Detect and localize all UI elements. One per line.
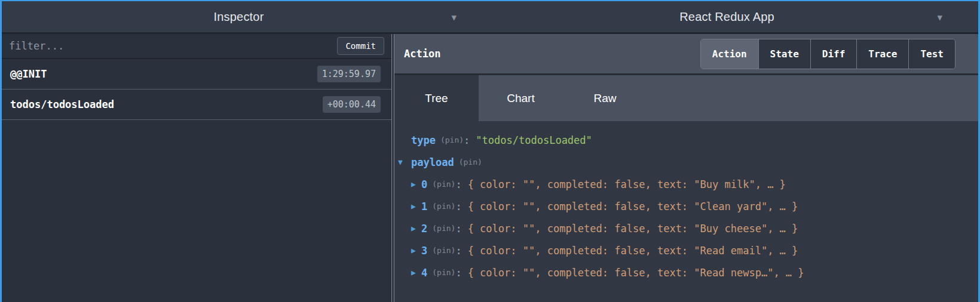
action-detail-panel: Action Action State Diff Trace Test Tree…	[394, 34, 978, 302]
tree-row-payload[interactable]: ▼ payload (pin)	[394, 151, 978, 173]
commit-button[interactable]: Commit	[337, 37, 384, 55]
instance-selector[interactable]: React Redux App ▼	[476, 1, 978, 32]
action-list-panel: Commit @@INIT 1:29:59.97 todos/todosLoad…	[2, 34, 391, 302]
expand-arrow-icon[interactable]: ▶	[411, 224, 421, 233]
action-name: @@INIT	[10, 68, 47, 80]
chevron-down-icon[interactable]: ▼	[938, 13, 942, 21]
pin-link[interactable]: (pin)	[432, 202, 455, 211]
chevron-down-icon[interactable]: ▼	[452, 13, 457, 21]
pin-link[interactable]: (pin)	[459, 158, 482, 167]
tree-string-value: "todos/todosLoaded"	[476, 134, 592, 146]
collapse-arrow-icon[interactable]: ▼	[398, 158, 408, 167]
filter-row: Commit	[2, 34, 391, 59]
expand-arrow-icon[interactable]: ▶	[411, 246, 421, 255]
pin-link[interactable]: (pin)	[440, 135, 464, 144]
colon: :	[455, 223, 461, 235]
tree-index: 4	[421, 267, 427, 279]
tree-row-item[interactable]: ▶ 3 (pin) : { color: "", completed: fals…	[394, 239, 978, 261]
detail-tab-group: Action State Diff Trace Test	[700, 39, 956, 69]
pin-link[interactable]: (pin)	[432, 246, 455, 255]
colon: :	[455, 245, 461, 257]
colon: :	[464, 134, 470, 146]
object-preview: { color: "", completed: false, text: "Cl…	[468, 201, 798, 212]
action-list-item[interactable]: todos/todosLoaded +00:00.44	[2, 90, 391, 120]
subtab-chart[interactable]: Chart	[479, 75, 563, 121]
tree-row-item[interactable]: ▶ 1 (pin) : { color: "", completed: fals…	[394, 195, 978, 217]
tree-row-type: type (pin) : "todos/todosLoaded"	[394, 129, 978, 151]
view-subtabs: Tree Chart Raw	[394, 75, 978, 121]
tab-trace[interactable]: Trace	[856, 39, 908, 69]
action-name: todos/todosLoaded	[10, 98, 114, 110]
object-preview: { color: "", completed: false, text: "Re…	[468, 245, 798, 257]
tree-key: type	[411, 134, 436, 146]
colon: :	[455, 201, 461, 212]
main-split: Commit @@INIT 1:29:59.97 todos/todosLoad…	[2, 34, 978, 302]
tab-state[interactable]: State	[758, 39, 810, 69]
monitor-selector[interactable]: Inspector ▼	[2, 1, 476, 32]
detail-title: Action	[404, 48, 440, 60]
pin-link[interactable]: (pin)	[432, 180, 455, 189]
subtab-tree[interactable]: Tree	[394, 75, 479, 121]
object-preview: { color: "", completed: false, text: "Re…	[468, 267, 804, 279]
redux-devtools-window: Inspector ▼ React Redux App ▼ Commit @@I…	[0, 0, 980, 302]
pin-link[interactable]: (pin)	[432, 224, 455, 233]
tree-row-item[interactable]: ▶ 4 (pin) : { color: "", completed: fals…	[394, 261, 978, 283]
detail-header: Action Action State Diff Trace Test	[394, 34, 978, 75]
object-preview: { color: "", completed: false, text: "Bu…	[468, 223, 798, 235]
instance-title: React Redux App	[476, 1, 978, 32]
tree-index: 3	[421, 245, 427, 257]
tree-index: 1	[421, 201, 427, 212]
json-tree: type (pin) : "todos/todosLoaded" ▼ paylo…	[394, 121, 978, 302]
tree-row-item[interactable]: ▶ 0 (pin) : { color: "", completed: fals…	[394, 173, 978, 195]
action-list-item[interactable]: @@INIT 1:29:59.97	[2, 59, 391, 90]
top-bar: Inspector ▼ React Redux App ▼	[2, 1, 978, 34]
tree-index: 2	[421, 223, 427, 235]
pin-link[interactable]: (pin)	[432, 268, 455, 277]
colon: :	[455, 178, 461, 190]
monitor-title: Inspector	[2, 1, 476, 32]
colon: :	[455, 267, 461, 279]
tab-action[interactable]: Action	[701, 39, 758, 69]
expand-arrow-icon[interactable]: ▶	[411, 268, 421, 277]
tree-key: payload	[411, 156, 454, 168]
object-preview: { color: "", completed: false, text: "Bu…	[468, 178, 786, 190]
tree-index: 0	[421, 178, 427, 190]
action-time-badge: 1:29:59.97	[317, 66, 381, 82]
action-time-badge: +00:00.44	[323, 96, 381, 113]
expand-arrow-icon[interactable]: ▶	[411, 180, 421, 189]
tab-test[interactable]: Test	[908, 39, 955, 69]
expand-arrow-icon[interactable]: ▶	[411, 202, 421, 211]
subtab-raw[interactable]: Raw	[563, 75, 647, 121]
tab-diff[interactable]: Diff	[810, 39, 857, 69]
tree-row-item[interactable]: ▶ 2 (pin) : { color: "", completed: fals…	[394, 217, 978, 239]
filter-input[interactable]	[9, 40, 337, 52]
